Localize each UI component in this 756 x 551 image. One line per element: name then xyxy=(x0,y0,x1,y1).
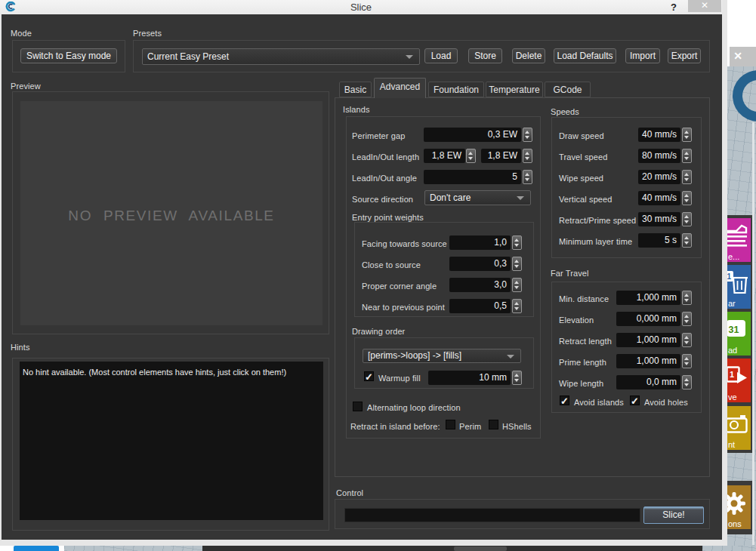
svg-text:1: 1 xyxy=(730,370,734,379)
svg-text:1: 1 xyxy=(727,272,732,281)
svg-text:31: 31 xyxy=(729,325,739,335)
